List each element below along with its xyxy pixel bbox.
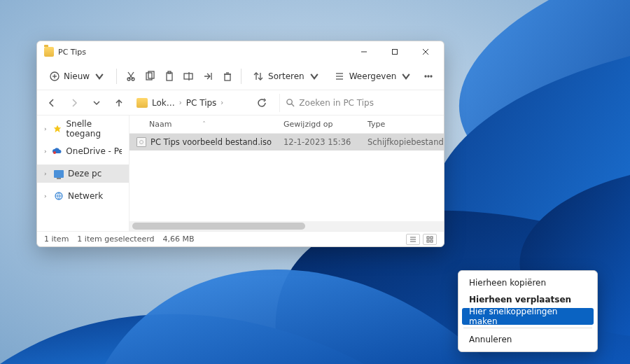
chevron-right-icon: ›	[44, 170, 50, 177]
view-button[interactable]: Weergeven	[328, 66, 418, 87]
back-button[interactable]	[43, 94, 61, 112]
new-button[interactable]: Nieuw	[44, 66, 111, 87]
star-icon	[53, 124, 62, 134]
search-placeholder: Zoeken in PC Tips	[299, 98, 374, 108]
svg-point-26	[425, 76, 426, 77]
svg-marker-32	[54, 125, 61, 132]
breadcrumb[interactable]: Lok… › PC Tips ›	[132, 94, 227, 112]
new-label: Nieuw	[64, 71, 90, 81]
explorer-window: PC Tips Nieuw Sorteren Weergeven	[36, 41, 444, 247]
svg-rect-38	[427, 237, 429, 239]
svg-rect-2	[393, 50, 398, 55]
svg-rect-14	[167, 73, 172, 80]
titlebar[interactable]: PC Tips	[37, 41, 444, 62]
chevron-right-icon: ›	[44, 148, 48, 155]
status-item-count: 1 item	[44, 234, 69, 244]
svg-rect-40	[427, 240, 429, 242]
close-button[interactable]	[410, 42, 441, 62]
chevron-right-icon: ›	[179, 99, 182, 106]
sort-label: Sorteren	[268, 71, 304, 81]
ctx-cancel[interactable]: Annuleren	[462, 331, 594, 348]
breadcrumb-seg[interactable]: Lok…	[152, 98, 175, 108]
sort-asc-icon: ˄	[202, 121, 205, 127]
paste-button[interactable]	[161, 66, 178, 87]
thumbnails-view-toggle[interactable]	[423, 234, 437, 245]
sidebar: › Snelle toegang › OneDrive - Personal ›…	[37, 115, 130, 231]
sidebar-item-label: Snelle toegang	[66, 119, 122, 139]
sidebar-item-label: Netwerk	[68, 191, 103, 201]
folder-icon	[44, 47, 54, 57]
sidebar-item-this-pc[interactable]: › Deze pc	[37, 164, 129, 183]
status-selection: 1 item geselecteerd	[77, 234, 154, 244]
maximize-button[interactable]	[379, 42, 410, 62]
svg-rect-18	[225, 74, 230, 80]
svg-point-33	[53, 151, 56, 154]
sidebar-item-label: Deze pc	[68, 169, 102, 178]
file-type: Schijfkopiebestand	[368, 137, 444, 147]
up-button[interactable]	[110, 94, 128, 112]
ctx-create-shortcut[interactable]: Hier snelkoppelingen maken	[462, 308, 594, 325]
recent-button[interactable]	[88, 94, 106, 112]
chevron-right-icon: ›	[44, 192, 50, 200]
breadcrumb-seg[interactable]: PC Tips	[186, 98, 217, 108]
svg-rect-16	[184, 74, 192, 79]
minimize-button[interactable]	[349, 42, 379, 62]
chevron-right-icon: ›	[220, 99, 223, 106]
column-headers[interactable]: Naam˄ Gewijzigd op Type	[130, 115, 444, 134]
svg-point-27	[428, 76, 429, 77]
svg-point-30	[287, 99, 292, 104]
window-title: PC Tips	[58, 48, 86, 57]
sidebar-item-label: OneDrive - Personal	[66, 146, 122, 156]
toolbar: Nieuw Sorteren Weergeven	[37, 62, 444, 90]
more-button[interactable]	[420, 66, 437, 87]
svg-point-28	[430, 76, 432, 77]
rename-button[interactable]	[181, 66, 197, 87]
refresh-button[interactable]	[253, 94, 271, 112]
svg-rect-39	[430, 237, 433, 239]
file-list: Naam˄ Gewijzigd op Type PC Tips voorbeel…	[130, 115, 444, 231]
sidebar-item-onedrive[interactable]: › OneDrive - Personal	[37, 142, 129, 160]
drop-context-menu: Hierheen kopiëren Hierheen verplaatsen H…	[458, 270, 598, 352]
address-bar: Lok… › PC Tips › Zoeken in PC Tips	[37, 90, 444, 115]
search-input[interactable]: Zoeken in PC Tips	[279, 94, 438, 112]
sidebar-item-network[interactable]: › Netwerk	[37, 187, 129, 205]
ctx-copy-here[interactable]: Hierheen kopiëren	[462, 274, 594, 291]
menu-separator	[463, 328, 592, 328]
folder-icon	[136, 98, 148, 108]
horizontal-scrollbar[interactable]	[130, 221, 444, 231]
file-name: PC Tips voorbeeld bestand.iso	[150, 137, 272, 147]
svg-rect-41	[430, 240, 433, 242]
sort-button[interactable]: Sorteren	[247, 66, 326, 87]
file-modified: 12-1-2023 15:36	[284, 137, 368, 147]
cloud-icon	[52, 146, 62, 156]
monitor-icon	[54, 169, 64, 178]
cut-button[interactable]	[122, 66, 139, 87]
col-type[interactable]: Type	[368, 120, 385, 129]
search-icon	[286, 98, 295, 107]
chevron-right-icon: ›	[44, 125, 49, 132]
status-size: 4,66 MB	[162, 234, 194, 244]
view-label: Weergeven	[349, 71, 397, 81]
copy-button[interactable]	[141, 66, 158, 87]
scrollbar-thumb[interactable]	[132, 223, 305, 230]
iso-file-icon	[136, 137, 146, 147]
ctx-move-here[interactable]: Hierheen verplaatsen	[462, 291, 594, 308]
col-name[interactable]: Naam	[149, 120, 172, 129]
sidebar-item-quick-access[interactable]: › Snelle toegang	[37, 120, 129, 138]
status-bar: 1 item 1 item geselecteerd 4,66 MB	[37, 231, 444, 246]
forward-button[interactable]	[65, 94, 83, 112]
col-modified[interactable]: Gewijzigd op	[284, 120, 332, 129]
svg-line-31	[292, 104, 295, 106]
share-button[interactable]	[200, 66, 216, 87]
details-view-toggle[interactable]	[406, 234, 420, 245]
network-icon	[54, 191, 64, 201]
delete-button[interactable]	[219, 66, 236, 87]
file-row[interactable]: PC Tips voorbeeld bestand.iso 12-1-2023 …	[130, 134, 444, 150]
